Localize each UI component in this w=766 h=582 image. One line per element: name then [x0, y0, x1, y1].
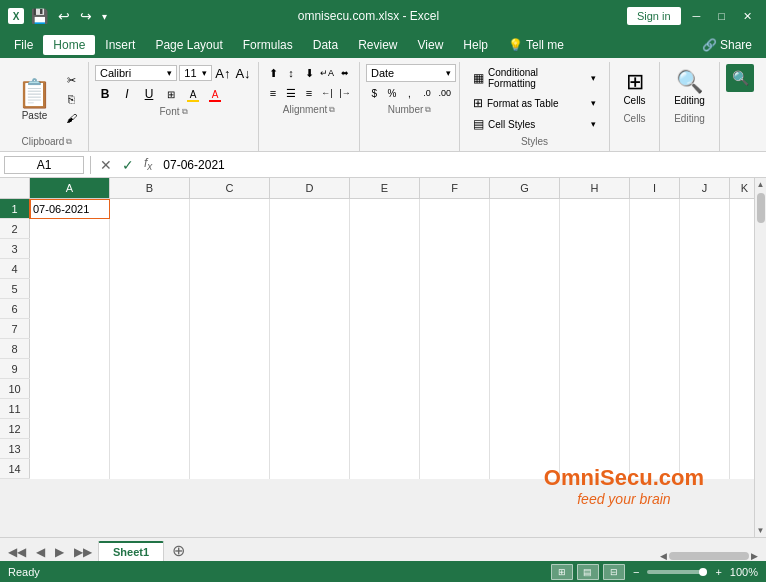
list-item[interactable] [560, 339, 630, 359]
list-item[interactable] [350, 299, 420, 319]
list-item[interactable] [560, 459, 630, 479]
align-right-btn[interactable]: ≡ [301, 84, 317, 102]
list-item[interactable] [270, 279, 350, 299]
list-item[interactable]: 07-06-2021 [30, 199, 110, 219]
list-item[interactable] [110, 219, 190, 239]
fill-color-button[interactable]: A [183, 84, 203, 104]
list-item[interactable] [420, 199, 490, 219]
list-item[interactable] [560, 199, 630, 219]
list-item[interactable] [190, 439, 270, 459]
undo-btn[interactable]: ↩ [55, 6, 73, 26]
menu-insert[interactable]: Insert [95, 35, 145, 55]
list-item[interactable] [350, 319, 420, 339]
list-item[interactable] [30, 379, 110, 399]
list-item[interactable] [350, 259, 420, 279]
clipboard-expand-icon[interactable]: ⧉ [66, 137, 72, 147]
quick-access-dropdown[interactable]: ▾ [99, 9, 110, 24]
row-header[interactable]: 7 [0, 319, 30, 338]
list-item[interactable] [110, 399, 190, 419]
list-item[interactable] [190, 279, 270, 299]
sheet-nav-left[interactable]: ◀◀ [4, 543, 30, 561]
list-item[interactable] [630, 259, 680, 279]
decrease-indent-btn[interactable]: ←| [319, 84, 335, 102]
list-item[interactable] [270, 399, 350, 419]
page-layout-view-btn[interactable]: ▤ [577, 564, 599, 580]
list-item[interactable] [110, 379, 190, 399]
list-item[interactable] [420, 219, 490, 239]
col-header-f[interactable]: F [420, 178, 490, 198]
list-item[interactable] [730, 239, 754, 259]
list-item[interactable] [490, 379, 560, 399]
list-item[interactable] [680, 199, 730, 219]
list-item[interactable] [730, 259, 754, 279]
font-expand-icon[interactable]: ⧉ [182, 107, 188, 117]
sheet-nav-right[interactable]: ▶▶ [70, 543, 96, 561]
align-left-btn[interactable]: ≡ [265, 84, 281, 102]
align-top-btn[interactable]: ⬆ [265, 64, 281, 82]
list-item[interactable] [190, 259, 270, 279]
list-item[interactable] [420, 259, 490, 279]
list-item[interactable] [730, 399, 754, 419]
list-item[interactable] [630, 199, 680, 219]
col-header-g[interactable]: G [490, 178, 560, 198]
align-center-btn[interactable]: ☰ [283, 84, 299, 102]
list-item[interactable] [30, 299, 110, 319]
list-item[interactable] [730, 439, 754, 459]
row-header[interactable]: 14 [0, 459, 30, 478]
scroll-up-arrow[interactable]: ▲ [755, 178, 766, 191]
list-item[interactable] [30, 219, 110, 239]
list-item[interactable] [30, 359, 110, 379]
row-header[interactable]: 13 [0, 439, 30, 458]
increase-indent-btn[interactable]: |→ [337, 84, 353, 102]
list-item[interactable] [560, 419, 630, 439]
list-item[interactable] [630, 379, 680, 399]
list-item[interactable] [110, 419, 190, 439]
menu-data[interactable]: Data [303, 35, 348, 55]
merge-btn[interactable]: ⬌ [337, 64, 353, 82]
list-item[interactable] [680, 319, 730, 339]
list-item[interactable] [270, 459, 350, 479]
bold-button[interactable]: B [95, 84, 115, 104]
cell-reference-box[interactable]: A1 [4, 156, 84, 174]
normal-view-btn[interactable]: ⊞ [551, 564, 573, 580]
list-item[interactable] [680, 379, 730, 399]
wrap-text-btn[interactable]: ↵A [319, 64, 335, 82]
list-item[interactable] [270, 359, 350, 379]
list-item[interactable] [630, 279, 680, 299]
list-item[interactable] [730, 199, 754, 219]
list-item[interactable] [490, 419, 560, 439]
restore-button[interactable]: □ [712, 8, 731, 24]
list-item[interactable] [420, 439, 490, 459]
col-header-i[interactable]: I [630, 178, 680, 198]
zoom-plus[interactable]: + [715, 566, 721, 578]
minimize-button[interactable]: ─ [687, 8, 707, 24]
font-size-dropdown[interactable]: 11▾ [179, 65, 212, 81]
list-item[interactable] [350, 199, 420, 219]
menu-view[interactable]: View [408, 35, 454, 55]
currency-btn[interactable]: $ [366, 84, 383, 102]
list-item[interactable] [680, 439, 730, 459]
list-item[interactable] [630, 439, 680, 459]
redo-btn[interactable]: ↪ [77, 6, 95, 26]
list-item[interactable] [630, 399, 680, 419]
list-item[interactable] [560, 239, 630, 259]
list-item[interactable] [30, 459, 110, 479]
list-item[interactable] [730, 459, 754, 479]
formula-input[interactable] [159, 157, 762, 173]
list-item[interactable] [420, 359, 490, 379]
list-item[interactable] [490, 239, 560, 259]
font-color-button[interactable]: A [205, 84, 225, 104]
list-item[interactable] [270, 239, 350, 259]
list-item[interactable] [110, 199, 190, 219]
list-item[interactable] [270, 219, 350, 239]
h-scroll-right[interactable]: ▶ [751, 551, 758, 561]
list-item[interactable] [350, 459, 420, 479]
list-item[interactable] [560, 379, 630, 399]
list-item[interactable] [730, 359, 754, 379]
number-expand-icon[interactable]: ⧉ [425, 105, 431, 115]
corner-cell[interactable] [0, 178, 30, 198]
list-item[interactable] [30, 439, 110, 459]
formula-cancel-btn[interactable]: ✕ [97, 157, 115, 173]
search-button[interactable]: 🔍 [726, 64, 754, 92]
col-header-k[interactable]: K [730, 178, 754, 198]
